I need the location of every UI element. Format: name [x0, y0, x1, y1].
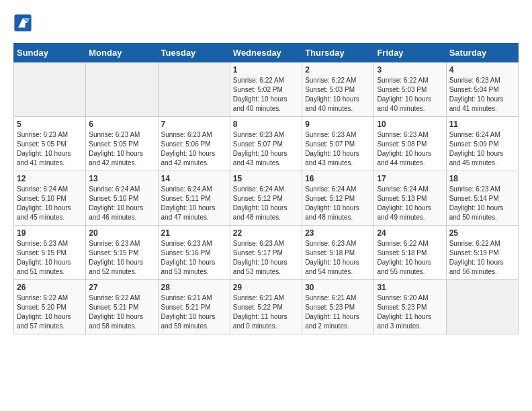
- calendar-cell: 28Sunrise: 6:21 AMSunset: 5:21 PMDayligh…: [158, 280, 230, 334]
- calendar-cell: [446, 280, 518, 334]
- day-number: 13: [89, 174, 154, 183]
- day-number: 1: [233, 65, 299, 75]
- calendar-cell: [86, 62, 158, 117]
- day-number: 12: [17, 174, 83, 183]
- day-number: 20: [89, 228, 154, 238]
- calendar-cell: 25Sunrise: 6:22 AMSunset: 5:19 PMDayligh…: [446, 226, 518, 280]
- calendar-cell: 18Sunrise: 6:23 AMSunset: 5:14 PMDayligh…: [446, 171, 518, 226]
- day-number: 7: [161, 120, 227, 129]
- day-info: Sunrise: 6:22 AMSunset: 5:20 PMDaylight:…: [17, 293, 83, 331]
- calendar-cell: 29Sunrise: 6:21 AMSunset: 5:22 PMDayligh…: [230, 280, 302, 334]
- day-info: Sunrise: 6:23 AMSunset: 5:18 PMDaylight:…: [305, 239, 371, 277]
- day-info: Sunrise: 6:23 AMSunset: 5:05 PMDaylight:…: [17, 130, 83, 168]
- calendar-cell: 5Sunrise: 6:23 AMSunset: 5:05 PMDaylight…: [14, 117, 86, 171]
- day-number: 17: [377, 174, 443, 183]
- day-info: Sunrise: 6:24 AMSunset: 5:12 PMDaylight:…: [305, 185, 371, 222]
- day-number: 14: [161, 174, 227, 183]
- calendar-cell: 31Sunrise: 6:20 AMSunset: 5:23 PMDayligh…: [374, 280, 446, 334]
- calendar-cell: 30Sunrise: 6:21 AMSunset: 5:23 PMDayligh…: [302, 280, 374, 334]
- day-number: 29: [233, 283, 299, 292]
- week-row-3: 12Sunrise: 6:24 AMSunset: 5:10 PMDayligh…: [14, 171, 519, 226]
- day-info: Sunrise: 6:22 AMSunset: 5:18 PMDaylight:…: [377, 239, 443, 277]
- weekday-header-saturday: Saturday: [446, 44, 518, 62]
- calendar-cell: 15Sunrise: 6:24 AMSunset: 5:12 PMDayligh…: [230, 171, 302, 226]
- weekday-header-tuesday: Tuesday: [158, 44, 230, 62]
- calendar-cell: 3Sunrise: 6:22 AMSunset: 5:03 PMDaylight…: [374, 62, 446, 117]
- day-info: Sunrise: 6:23 AMSunset: 5:04 PMDaylight:…: [449, 76, 515, 113]
- day-number: 2: [305, 65, 371, 75]
- day-info: Sunrise: 6:23 AMSunset: 5:07 PMDaylight:…: [305, 130, 371, 168]
- day-number: 19: [17, 228, 83, 238]
- day-info: Sunrise: 6:24 AMSunset: 5:12 PMDaylight:…: [233, 185, 299, 222]
- day-info: Sunrise: 6:24 AMSunset: 5:13 PMDaylight:…: [377, 185, 443, 222]
- calendar-cell: 13Sunrise: 6:24 AMSunset: 5:10 PMDayligh…: [86, 171, 158, 226]
- day-number: 18: [449, 174, 515, 183]
- calendar-table: SundayMondayTuesdayWednesdayThursdayFrid…: [13, 43, 519, 334]
- calendar-cell: 12Sunrise: 6:24 AMSunset: 5:10 PMDayligh…: [14, 171, 86, 226]
- day-number: 27: [89, 283, 154, 292]
- day-info: Sunrise: 6:23 AMSunset: 5:15 PMDaylight:…: [17, 239, 83, 277]
- logo: [13, 13, 35, 32]
- day-info: Sunrise: 6:24 AMSunset: 5:10 PMDaylight:…: [89, 185, 154, 222]
- calendar-cell: 20Sunrise: 6:23 AMSunset: 5:15 PMDayligh…: [86, 226, 158, 280]
- calendar-cell: 6Sunrise: 6:23 AMSunset: 5:05 PMDaylight…: [86, 117, 158, 171]
- day-info: Sunrise: 6:20 AMSunset: 5:23 PMDaylight:…: [377, 293, 443, 331]
- day-number: 4: [449, 65, 515, 75]
- calendar-cell: 22Sunrise: 6:23 AMSunset: 5:17 PMDayligh…: [230, 226, 302, 280]
- calendar-cell: 4Sunrise: 6:23 AMSunset: 5:04 PMDaylight…: [446, 62, 518, 117]
- calendar-cell: [158, 62, 230, 117]
- day-number: 8: [233, 120, 299, 129]
- page: SundayMondayTuesdayWednesdayThursdayFrid…: [0, 0, 532, 348]
- day-info: Sunrise: 6:23 AMSunset: 5:15 PMDaylight:…: [89, 239, 154, 277]
- calendar-cell: 27Sunrise: 6:22 AMSunset: 5:21 PMDayligh…: [86, 280, 158, 334]
- weekday-header-friday: Friday: [374, 44, 446, 62]
- day-number: 25: [449, 228, 515, 238]
- day-info: Sunrise: 6:24 AMSunset: 5:09 PMDaylight:…: [449, 130, 515, 168]
- day-number: 6: [89, 120, 154, 129]
- weekday-header-sunday: Sunday: [14, 44, 86, 62]
- day-info: Sunrise: 6:23 AMSunset: 5:08 PMDaylight:…: [377, 130, 443, 168]
- day-info: Sunrise: 6:23 AMSunset: 5:16 PMDaylight:…: [161, 239, 227, 277]
- day-number: 26: [17, 283, 83, 292]
- day-info: Sunrise: 6:22 AMSunset: 5:03 PMDaylight:…: [305, 76, 371, 113]
- day-number: 22: [233, 228, 299, 238]
- calendar-cell: 9Sunrise: 6:23 AMSunset: 5:07 PMDaylight…: [302, 117, 374, 171]
- calendar-cell: 17Sunrise: 6:24 AMSunset: 5:13 PMDayligh…: [374, 171, 446, 226]
- calendar-cell: 2Sunrise: 6:22 AMSunset: 5:03 PMDaylight…: [302, 62, 374, 117]
- logo-icon: [13, 13, 32, 32]
- calendar-cell: 1Sunrise: 6:22 AMSunset: 5:02 PMDaylight…: [230, 62, 302, 117]
- day-number: 21: [161, 228, 227, 238]
- day-info: Sunrise: 6:22 AMSunset: 5:21 PMDaylight:…: [89, 293, 154, 331]
- week-row-5: 26Sunrise: 6:22 AMSunset: 5:20 PMDayligh…: [14, 280, 519, 334]
- calendar-cell: [14, 62, 86, 117]
- week-row-1: 1Sunrise: 6:22 AMSunset: 5:02 PMDaylight…: [14, 62, 519, 117]
- calendar-body: 1Sunrise: 6:22 AMSunset: 5:02 PMDaylight…: [14, 62, 519, 334]
- weekday-row: SundayMondayTuesdayWednesdayThursdayFrid…: [14, 44, 519, 62]
- day-number: 16: [305, 174, 371, 183]
- day-info: Sunrise: 6:24 AMSunset: 5:11 PMDaylight:…: [161, 185, 227, 222]
- day-info: Sunrise: 6:22 AMSunset: 5:19 PMDaylight:…: [449, 239, 515, 277]
- calendar-cell: 24Sunrise: 6:22 AMSunset: 5:18 PMDayligh…: [374, 226, 446, 280]
- calendar-cell: 10Sunrise: 6:23 AMSunset: 5:08 PMDayligh…: [374, 117, 446, 171]
- calendar-cell: 23Sunrise: 6:23 AMSunset: 5:18 PMDayligh…: [302, 226, 374, 280]
- calendar-header: SundayMondayTuesdayWednesdayThursdayFrid…: [14, 44, 519, 62]
- calendar-cell: 21Sunrise: 6:23 AMSunset: 5:16 PMDayligh…: [158, 226, 230, 280]
- day-number: 28: [161, 283, 227, 292]
- day-info: Sunrise: 6:23 AMSunset: 5:05 PMDaylight:…: [89, 130, 154, 168]
- day-number: 15: [233, 174, 299, 183]
- day-number: 24: [377, 228, 443, 238]
- calendar-cell: 16Sunrise: 6:24 AMSunset: 5:12 PMDayligh…: [302, 171, 374, 226]
- day-info: Sunrise: 6:23 AMSunset: 5:07 PMDaylight:…: [233, 130, 299, 168]
- weekday-header-thursday: Thursday: [302, 44, 374, 62]
- day-number: 31: [377, 283, 443, 292]
- day-number: 23: [305, 228, 371, 238]
- calendar-cell: 11Sunrise: 6:24 AMSunset: 5:09 PMDayligh…: [446, 117, 518, 171]
- day-number: 10: [377, 120, 443, 129]
- day-info: Sunrise: 6:23 AMSunset: 5:14 PMDaylight:…: [449, 185, 515, 222]
- day-number: 3: [377, 65, 443, 75]
- week-row-4: 19Sunrise: 6:23 AMSunset: 5:15 PMDayligh…: [14, 226, 519, 280]
- day-info: Sunrise: 6:22 AMSunset: 5:02 PMDaylight:…: [233, 76, 299, 113]
- week-row-2: 5Sunrise: 6:23 AMSunset: 5:05 PMDaylight…: [14, 117, 519, 171]
- day-info: Sunrise: 6:22 AMSunset: 5:03 PMDaylight:…: [377, 76, 443, 113]
- day-info: Sunrise: 6:21 AMSunset: 5:21 PMDaylight:…: [161, 293, 227, 331]
